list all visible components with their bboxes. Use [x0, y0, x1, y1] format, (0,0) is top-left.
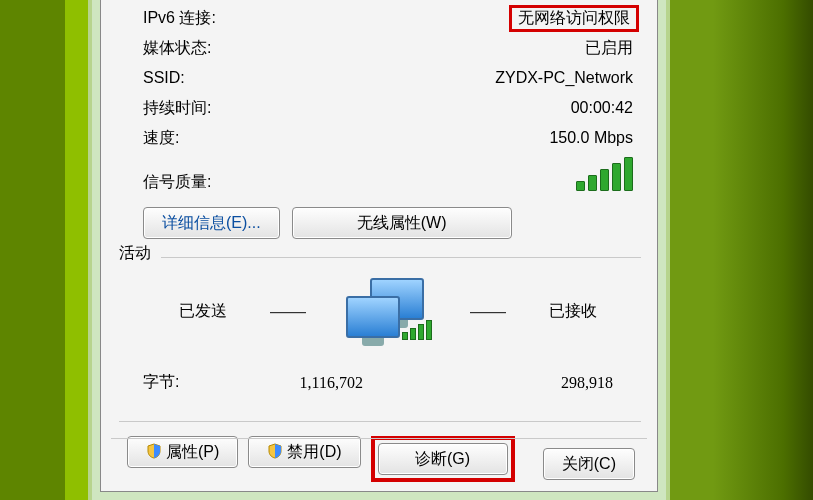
media-state-value: 已启用 [585, 38, 633, 59]
network-status-dialog: IPv6 连接: 无网络访问权限 媒体状态: 已启用 SSID: ZYDX-PC… [100, 0, 658, 492]
dash-left: —— [263, 301, 313, 322]
signal-bars-icon [576, 157, 633, 191]
ssid-row: SSID: ZYDX-PC_Network [143, 63, 633, 93]
dash-right: —— [463, 301, 513, 322]
duration-value: 00:00:42 [571, 99, 633, 117]
disable-button-label: 禁用(D) [287, 443, 341, 460]
duration-row: 持续时间: 00:00:42 [143, 93, 633, 123]
ipv6-row: IPv6 连接: 无网络访问权限 [143, 3, 633, 33]
bytes-row: 字节: 1,116,702 298,918 [143, 372, 633, 393]
activity-heading: 活动 [119, 243, 161, 264]
details-button[interactable]: 详细信息(E)... [143, 207, 280, 239]
shield-icon [267, 443, 283, 459]
ipv6-value: 无网络访问权限 [509, 5, 639, 32]
desktop-background: IPv6 连接: 无网络访问权限 媒体状态: 已启用 SSID: ZYDX-PC… [0, 0, 813, 500]
received-label: 已接收 [513, 301, 633, 322]
activity-separator: 活动 [119, 257, 641, 258]
ipv6-label: IPv6 连接: [143, 8, 216, 29]
bytes-label: 字节: [143, 372, 253, 393]
footer-separator [111, 438, 647, 439]
disable-button[interactable]: 禁用(D) [248, 436, 360, 468]
properties-button[interactable]: 属性(P) [127, 436, 238, 468]
info-button-row: 详细信息(E)... 无线属性(W) [143, 207, 633, 239]
duration-label: 持续时间: [143, 98, 211, 119]
wireless-properties-button[interactable]: 无线属性(W) [292, 207, 512, 239]
media-state-row: 媒体状态: 已启用 [143, 33, 633, 63]
speed-label: 速度: [143, 128, 179, 149]
signal-label: 信号质量: [143, 172, 211, 193]
shield-icon [146, 443, 162, 459]
window-glass-frame: IPv6 连接: 无网络访问权限 媒体状态: 已启用 SSID: ZYDX-PC… [88, 0, 670, 500]
signal-row: 信号质量: [143, 155, 633, 193]
sent-label: 已发送 [143, 301, 263, 322]
diagnose-highlight: 诊断(G) [371, 436, 515, 482]
bytes-sent-value: 1,116,702 [253, 374, 433, 392]
activity-grid: 已发送 —— —— 已接收 [143, 278, 633, 344]
ssid-label: SSID: [143, 69, 185, 87]
ssid-value: ZYDX-PC_Network [495, 69, 633, 87]
diagnose-button[interactable]: 诊断(G) [378, 443, 508, 475]
media-state-label: 媒体状态: [143, 38, 211, 59]
bytes-received-value: 298,918 [433, 374, 633, 392]
network-monitors-icon [346, 278, 430, 344]
properties-button-label: 属性(P) [166, 443, 219, 460]
speed-row: 速度: 150.0 Mbps [143, 123, 633, 153]
speed-value: 150.0 Mbps [549, 129, 633, 147]
separator [119, 421, 641, 422]
dialog-footer: 关闭(C) [543, 448, 635, 480]
close-button[interactable]: 关闭(C) [543, 448, 635, 480]
activity-icon-cell [313, 278, 463, 344]
